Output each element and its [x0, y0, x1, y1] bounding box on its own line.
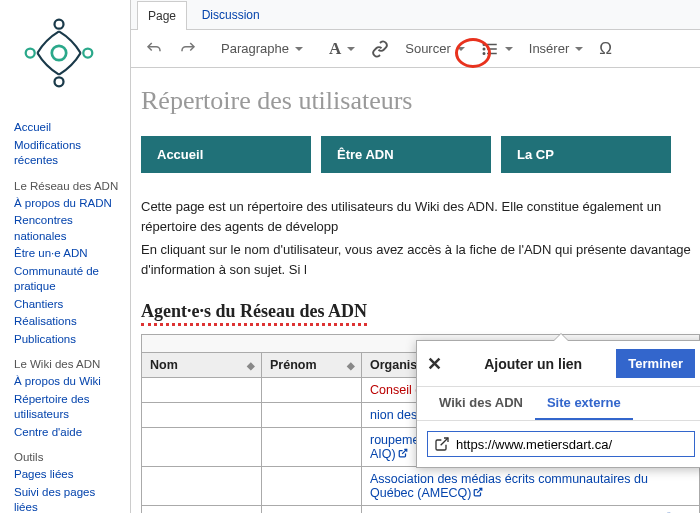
link-dialog: ✕ Ajouter un lien Terminer Wiki des ADN … [416, 340, 700, 468]
sidebar-link-publications[interactable]: Publications [14, 331, 120, 349]
sidebar-link-suivi[interactable]: Suivi des pages liées [14, 484, 120, 513]
section-heading: Agent·e·s du Réseau des ADN [141, 301, 367, 326]
cell-prenom [262, 403, 362, 428]
svg-line-12 [402, 449, 407, 454]
undo-button[interactable] [139, 35, 169, 63]
svg-point-3 [55, 77, 64, 86]
dialog-tab-external[interactable]: Site externe [535, 387, 633, 420]
cell-org: Association des médias écrits communauta… [362, 467, 700, 506]
editor-toolbar: Paragraphe A Sourcer Insérer Ω [131, 30, 700, 68]
special-char-button[interactable]: Ω [593, 34, 618, 64]
sourcer-dropdown[interactable]: Sourcer [399, 36, 471, 61]
page-tabs: Page Discussion [131, 0, 700, 30]
tab-page[interactable]: Page [137, 1, 187, 30]
main-panel: Page Discussion Paragraphe A Sourcer Ins… [130, 0, 700, 513]
description-line-1: Cette page est un répertoire des utilisa… [141, 197, 700, 236]
link-button[interactable] [365, 35, 395, 63]
svg-line-17 [441, 438, 448, 445]
format-dropdown[interactable]: A [323, 34, 361, 64]
org-link[interactable]: Association des médias écrits communauta… [370, 472, 648, 500]
chevron-down-icon [347, 47, 355, 51]
close-icon[interactable]: ✕ [427, 353, 442, 375]
svg-line-13 [478, 488, 483, 493]
external-link-icon [434, 436, 450, 452]
sidebar-link-repertoire[interactable]: Répertoire des utilisateurs [14, 391, 120, 424]
svg-point-1 [55, 20, 64, 29]
cell-prenom: Marie-Christine [262, 506, 362, 514]
sidebar-link-realisations[interactable]: Réalisations [14, 313, 120, 331]
insert-dropdown[interactable]: Insérer [523, 36, 589, 61]
sidebar-link-modifications[interactable]: Modifications récentes [14, 137, 120, 170]
cell-prenom [262, 428, 362, 467]
sidebar-link-etre-adn[interactable]: Être un·e ADN [14, 245, 120, 263]
table-row: Association des médias écrits communauta… [142, 467, 700, 506]
org-link[interactable]: AIQ) [370, 447, 396, 461]
list-dropdown[interactable] [475, 35, 519, 63]
svg-point-8 [483, 43, 485, 45]
nav-etre-adn-button[interactable]: Être ADN [321, 136, 491, 173]
chevron-down-icon [575, 47, 583, 51]
cell-nom: Dubé [142, 506, 262, 514]
th-prenom[interactable]: Prénom◆ [262, 353, 362, 378]
url-input[interactable] [456, 437, 688, 452]
sidebar-link-accueil[interactable]: Accueil [14, 119, 120, 137]
th-nom[interactable]: Nom◆ [142, 353, 262, 378]
cell-prenom [262, 467, 362, 506]
nav-la-cp-button[interactable]: La CP [501, 136, 671, 173]
sidebar-group-wiki: Le Wiki des ADN [14, 358, 120, 370]
chevron-down-icon [295, 47, 303, 51]
cell-org: Association des galeries d'art contempor… [362, 506, 700, 514]
cell-prenom [262, 378, 362, 403]
sidebar-group-outils: Outils [14, 451, 120, 463]
sidebar-link-apropos-wiki[interactable]: À propos du Wiki [14, 373, 120, 391]
sidebar-link-communaute[interactable]: Communauté de pratique [14, 263, 120, 296]
sidebar-link-centre-aide[interactable]: Centre d'aide [14, 424, 120, 442]
done-button[interactable]: Terminer [616, 349, 695, 378]
sort-icon: ◆ [247, 360, 255, 371]
site-logo [14, 8, 104, 98]
svg-point-4 [26, 49, 35, 58]
page-title: Répertoire des utilisateurs [141, 86, 700, 116]
sidebar-group-reseau: Le Réseau des ADN [14, 180, 120, 192]
cell-nom [142, 467, 262, 506]
sidebar-link-apropos-radn[interactable]: À propos du RADN [14, 195, 120, 213]
cell-nom [142, 403, 262, 428]
cell-nom [142, 428, 262, 467]
nav-accueil-button[interactable]: Accueil [141, 136, 311, 173]
svg-point-0 [52, 46, 66, 60]
chevron-down-icon [457, 47, 465, 51]
description-line-2: En cliquant sur le nom d'utilisateur, vo… [141, 240, 700, 279]
dialog-tab-internal[interactable]: Wiki des ADN [427, 387, 535, 420]
sidebar-link-rencontres[interactable]: Rencontres nationales [14, 212, 120, 245]
tab-discussion[interactable]: Discussion [191, 0, 271, 29]
sidebar-link-pages-liees[interactable]: Pages liées [14, 466, 120, 484]
sidebar: Accueil Modifications récentes Le Réseau… [0, 0, 130, 513]
chevron-down-icon [505, 47, 513, 51]
svg-point-9 [483, 48, 485, 50]
cell-nom [142, 378, 262, 403]
sidebar-link-chantiers[interactable]: Chantiers [14, 296, 120, 314]
svg-point-2 [83, 49, 92, 58]
table-row: DubéMarie-ChristineAssociation des galer… [142, 506, 700, 514]
svg-point-10 [483, 52, 485, 54]
sort-icon: ◆ [347, 360, 355, 371]
dialog-title: Ajouter un lien [450, 356, 616, 372]
paragraph-dropdown[interactable]: Paragraphe [215, 36, 309, 61]
redo-button[interactable] [173, 35, 203, 63]
